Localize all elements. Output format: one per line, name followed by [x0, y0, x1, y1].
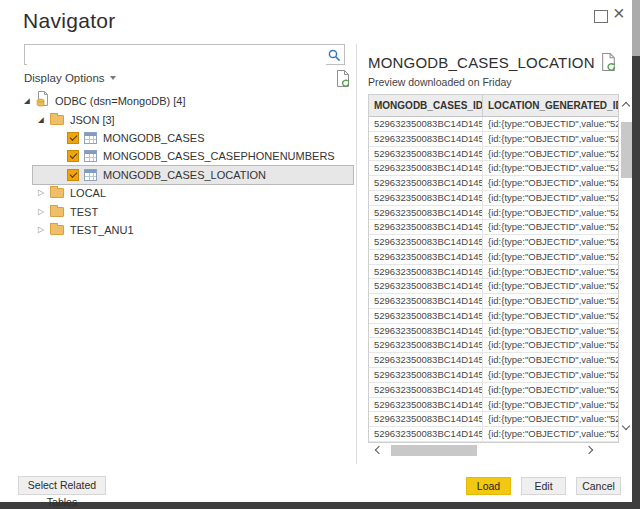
scrollbar-thumb[interactable]	[391, 445, 477, 456]
table-cell: {id:{type:"OBJECTID",value:"529	[483, 309, 618, 324]
scroll-down-icon[interactable]	[622, 422, 630, 430]
dialog-title: Navigator	[23, 9, 116, 33]
table-cell: {id:{type:"OBJECTID",value:"529	[483, 294, 618, 309]
folder-icon	[50, 225, 64, 235]
table-icon	[84, 132, 97, 144]
scroll-right-icon[interactable]	[585, 446, 593, 454]
table-cell: 529632350083BC14D145BB45	[369, 191, 483, 206]
tree-item[interactable]: MONGODB_CASES	[20, 129, 353, 147]
source-icon	[36, 91, 49, 111]
table-row: 529632350083BC14D145BB45{id:{type:"OBJEC…	[369, 191, 618, 206]
close-icon[interactable]: ×	[613, 1, 625, 25]
chevron-down-icon	[110, 76, 116, 80]
table-cell: 529632350083BC14D145BB46	[369, 220, 483, 235]
table-cell: {id:{type:"OBJECTID",value:"529	[483, 324, 618, 339]
table-row: 529632350083BC14D145BB49{id:{type:"OBJEC…	[369, 309, 618, 324]
table-cell: 529632350083BC14D145BB47	[369, 250, 483, 265]
cancel-button[interactable]: Cancel	[576, 477, 621, 495]
navigator-tree: ◢ODBC (dsn=MongoDB) [4]◢JSON [3]MONGODB_…	[20, 92, 353, 239]
table-row: 529632350083BC14D145BB43{id:{type:"OBJEC…	[369, 132, 618, 147]
preview-title: MONGODB_CASES_LOCATION	[368, 54, 595, 71]
table-row: 529632350083BC14D145BB46{id:{type:"OBJEC…	[369, 206, 618, 221]
table-cell: 529632350083BC14D145BB4D	[369, 427, 483, 442]
table-cell: {id:{type:"OBJECTID",value:"529	[483, 412, 618, 427]
select-related-tables-button[interactable]: Select Related Tables	[18, 476, 106, 495]
tree-item-label: TEST_ANU1	[70, 224, 134, 236]
refresh-preview-icon[interactable]	[601, 53, 617, 76]
table-cell: {id:{type:"OBJECTID",value:"529	[483, 147, 618, 162]
tree-twisty-icon[interactable]: ◢	[38, 115, 50, 125]
table-cell: {id:{type:"OBJECTID",value:"529	[483, 132, 618, 147]
table-cell: 529632350083BC14D145BB49	[369, 309, 483, 324]
table-cell: {id:{type:"OBJECTID",value:"529	[483, 338, 618, 353]
table-row: 529632350083BC14D145BB44{id:{type:"OBJEC…	[369, 147, 618, 162]
column-header: MONGODB_CASES_ID	[369, 95, 483, 117]
table-row: 529632350083BC14D145BB4C{id:{type:"OBJEC…	[369, 398, 618, 413]
table-row: 529632350083BC14D145BB4D{id:{type:"OBJEC…	[369, 427, 618, 442]
tree-twisty-icon[interactable]: ▷	[38, 225, 50, 235]
load-button[interactable]: Load	[466, 477, 511, 495]
display-options-dropdown[interactable]: Display Options	[24, 72, 116, 84]
table-row: 529632350083BC14D145BB4B{id:{type:"OBJEC…	[369, 353, 618, 368]
checkbox-checked-icon[interactable]	[67, 169, 79, 181]
table-row: 529632350083BC14D145BB4A{id:{type:"OBJEC…	[369, 338, 618, 353]
tree-item-label: ODBC (dsn=MongoDB) [4]	[55, 95, 186, 107]
tree-twisty-icon[interactable]: ▷	[38, 207, 50, 217]
preview-table: MONGODB_CASES_ID LOCATION_GENERATED_ID 5…	[368, 94, 619, 443]
tree-item[interactable]: MONGODB_CASES_CASEPHONENUMBERS	[20, 147, 353, 165]
scroll-left-icon[interactable]	[375, 446, 383, 454]
table-cell: 529632350083BC14D145BB45	[369, 176, 483, 191]
table-cell: {id:{type:"OBJECTID",value:"529	[483, 383, 618, 398]
table-cell: 529632350083BC14D145BB4C	[369, 398, 483, 413]
search-box[interactable]	[24, 44, 345, 65]
edit-button[interactable]: Edit	[521, 477, 566, 495]
table-cell: {id:{type:"OBJECTID",value:"529	[483, 368, 618, 383]
maximize-icon[interactable]	[594, 10, 608, 23]
preview-subtitle: Preview downloaded on Friday	[368, 76, 512, 88]
refresh-preview-icon[interactable]	[336, 70, 351, 92]
tree-item-label: MONGODB_CASES_CASEPHONENUMBERS	[103, 150, 335, 162]
table-cell: {id:{type:"OBJECTID",value:"529	[483, 427, 618, 442]
table-cell: 529632350083BC14D145BB44	[369, 147, 483, 162]
tree-item[interactable]: ▷TEST	[20, 202, 353, 220]
vertical-scrollbar[interactable]	[620, 97, 633, 437]
tree-item[interactable]: ▷TEST_ANU1	[20, 221, 353, 239]
tree-twisty-icon[interactable]: ◢	[24, 96, 36, 106]
tree-item[interactable]: MONGODB_CASES_LOCATION	[33, 166, 353, 184]
table-row: 529632350083BC14D145BB47{id:{type:"OBJEC…	[369, 235, 618, 250]
tree-item-label: LOCAL	[70, 187, 106, 199]
scrollbar-thumb[interactable]	[621, 122, 632, 178]
table-row: 529632350083BC14D145BB46{id:{type:"OBJEC…	[369, 220, 618, 235]
search-input[interactable]	[27, 46, 326, 65]
table-cell: {id:{type:"OBJECTID",value:"529	[483, 220, 618, 235]
checkbox-checked-icon[interactable]	[67, 150, 79, 162]
table-row: 529632350083BC14D145BB43{id:{type:"OBJEC…	[369, 117, 618, 132]
table-cell: 529632350083BC14D145BB46	[369, 206, 483, 221]
table-icon	[84, 169, 97, 181]
tree-item[interactable]: ▷LOCAL	[20, 184, 353, 202]
folder-icon	[50, 115, 64, 125]
scroll-up-icon[interactable]	[622, 102, 630, 110]
window-edge	[0, 502, 640, 509]
tree-item[interactable]: ◢ODBC (dsn=MongoDB) [4]	[20, 92, 353, 110]
horizontal-scrollbar[interactable]	[370, 444, 598, 457]
tree-twisty-icon[interactable]: ▷	[38, 188, 50, 198]
table-cell: 529632350083BC14D145BB4A	[369, 338, 483, 353]
table-row: 529632350083BC14D145BB47{id:{type:"OBJEC…	[369, 250, 618, 265]
table-cell: 529632350083BC14D145BB47	[369, 235, 483, 250]
table-cell: {id:{type:"OBJECTID",value:"529	[483, 250, 618, 265]
table-cell: {id:{type:"OBJECTID",value:"529	[483, 235, 618, 250]
tree-item[interactable]: ◢JSON [3]	[20, 110, 353, 128]
checkbox-checked-icon[interactable]	[67, 132, 79, 144]
table-cell: 529632350083BC14D145BB43	[369, 132, 483, 147]
table-row: 529632350083BC14D145BB45{id:{type:"OBJEC…	[369, 176, 618, 191]
search-icon[interactable]	[328, 48, 341, 66]
table-cell: 529632350083BC14D145BB4B	[369, 353, 483, 368]
table-cell: 529632350083BC14D145BB4C	[369, 383, 483, 398]
preview-table-header: MONGODB_CASES_ID LOCATION_GENERATED_ID	[369, 95, 618, 117]
table-cell: 529632350083BC14D145BB48	[369, 265, 483, 280]
tree-item-label: MONGODB_CASES	[103, 132, 204, 144]
table-row: 529632350083BC14D145BB48{id:{type:"OBJEC…	[369, 279, 618, 294]
table-cell: {id:{type:"OBJECTID",value:"529	[483, 161, 618, 176]
table-icon	[84, 150, 97, 162]
